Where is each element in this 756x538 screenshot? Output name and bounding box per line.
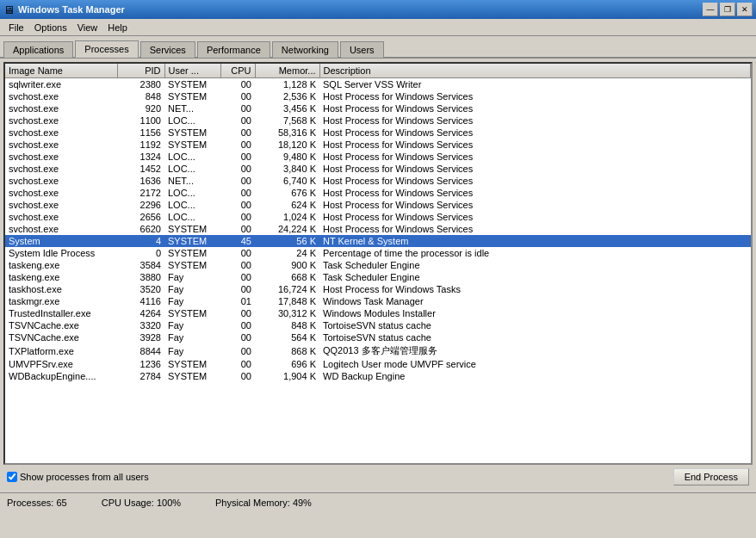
table-header-row: Image Name PID User ... CPU Memor... Des…	[5, 64, 751, 78]
show-all-users-checkbox[interactable]	[7, 472, 17, 482]
menu-view[interactable]: View	[72, 21, 103, 34]
cell-desc: Host Process for Windows Tasks	[319, 283, 751, 295]
cell-desc: TortoiseSVN status cache	[319, 331, 751, 343]
process-table-container[interactable]: Image Name PID User ... CPU Memor... Des…	[3, 62, 753, 465]
cell-mem: 696 K	[255, 358, 319, 370]
cell-user: NET...	[164, 102, 220, 114]
cell-desc: Host Process for Windows Services	[319, 211, 751, 223]
cell-pid: 4264	[117, 307, 164, 319]
table-row[interactable]: svchost.exe 1100 LOC... 00 7,568 K Host …	[5, 114, 751, 127]
table-row[interactable]: svchost.exe 1636 NET... 00 6,740 K Host …	[5, 175, 751, 187]
col-header-mem[interactable]: Memor...	[255, 64, 319, 78]
cell-image: svchost.exe	[5, 139, 117, 151]
table-row[interactable]: svchost.exe 1452 LOC... 00 3,840 K Host …	[5, 163, 751, 175]
title-bar-buttons: — ❐ ✕	[703, 3, 753, 16]
cell-image: svchost.exe	[5, 102, 117, 114]
table-row[interactable]: svchost.exe 2296 LOC... 00 624 K Host Pr…	[5, 199, 751, 211]
col-header-desc[interactable]: Description	[319, 64, 751, 78]
table-row[interactable]: svchost.exe 1324 LOC... 00 9,480 K Host …	[5, 151, 751, 163]
cell-cpu: 00	[220, 78, 255, 91]
cell-image: WDBackupEngine....	[5, 370, 117, 382]
cell-image: taskhost.exe	[5, 283, 117, 295]
col-header-cpu[interactable]: CPU	[220, 64, 255, 78]
cell-pid: 6620	[117, 223, 164, 235]
table-row[interactable]: System Idle Process 0 SYSTEM 00 24 K Per…	[5, 247, 751, 259]
table-row[interactable]: taskhost.exe 3520 Fay 00 16,724 K Host P…	[5, 283, 751, 295]
cell-pid: 1636	[117, 175, 164, 187]
cell-desc: TortoiseSVN status cache	[319, 319, 751, 331]
menu-help[interactable]: Help	[102, 21, 133, 34]
cell-desc: Windows Modules Installer	[319, 307, 751, 319]
col-header-image[interactable]: Image Name	[5, 64, 117, 78]
table-row[interactable]: svchost.exe 848 SYSTEM 00 2,536 K Host P…	[5, 90, 751, 102]
cell-cpu: 00	[220, 331, 255, 343]
cell-pid: 1156	[117, 127, 164, 139]
end-process-button[interactable]: End Process	[673, 468, 749, 485]
minimize-button[interactable]: —	[703, 3, 718, 16]
tab-processes[interactable]: Processes	[75, 40, 138, 58]
cell-desc: NT Kernel & System	[319, 235, 751, 247]
cell-user: LOC...	[164, 114, 220, 127]
table-row[interactable]: svchost.exe 1156 SYSTEM 00 58,316 K Host…	[5, 127, 751, 139]
cell-pid: 1452	[117, 163, 164, 175]
cell-pid: 2172	[117, 187, 164, 199]
tab-users[interactable]: Users	[340, 41, 384, 58]
cell-user: SYSTEM	[164, 358, 220, 370]
cell-image: svchost.exe	[5, 175, 117, 187]
cell-cpu: 00	[220, 271, 255, 283]
table-row[interactable]: svchost.exe 920 NET... 00 3,456 K Host P…	[5, 102, 751, 114]
cell-user: LOC...	[164, 199, 220, 211]
cell-mem: 56 K	[255, 235, 319, 247]
show-all-users-label[interactable]: Show processes from all users	[7, 472, 149, 482]
tab-services[interactable]: Services	[140, 41, 195, 58]
table-row[interactable]: System 4 SYSTEM 45 56 K NT Kernel & Syst…	[5, 235, 751, 247]
table-row[interactable]: WDBackupEngine.... 2784 SYSTEM 00 1,904 …	[5, 370, 751, 382]
status-processes: Processes: 65	[7, 498, 67, 508]
tab-networking[interactable]: Networking	[272, 41, 338, 58]
cell-image: svchost.exe	[5, 151, 117, 163]
cell-cpu: 00	[220, 358, 255, 370]
table-row[interactable]: svchost.exe 2656 LOC... 00 1,024 K Host …	[5, 211, 751, 223]
table-row[interactable]: svchost.exe 1192 SYSTEM 00 18,120 K Host…	[5, 139, 751, 151]
menu-options[interactable]: Options	[29, 21, 72, 34]
cell-image: svchost.exe	[5, 90, 117, 102]
col-header-user[interactable]: User ...	[164, 64, 220, 78]
table-row[interactable]: TSVNCache.exe 3320 Fay 00 848 K Tortoise…	[5, 319, 751, 331]
table-row[interactable]: sqlwriter.exe 2380 SYSTEM 00 1,128 K SQL…	[5, 78, 751, 91]
cell-user: SYSTEM	[164, 223, 220, 235]
restore-button[interactable]: ❐	[720, 3, 735, 16]
table-row[interactable]: taskeng.exe 3880 Fay 00 668 K Task Sched…	[5, 271, 751, 283]
cell-pid: 1100	[117, 114, 164, 127]
close-button[interactable]: ✕	[737, 3, 753, 16]
cell-mem: 624 K	[255, 199, 319, 211]
cell-cpu: 00	[220, 187, 255, 199]
cell-cpu: 00	[220, 319, 255, 331]
tab-applications[interactable]: Applications	[3, 41, 73, 58]
cell-mem: 868 K	[255, 343, 319, 358]
cell-mem: 17,848 K	[255, 295, 319, 307]
tab-performance[interactable]: Performance	[197, 41, 270, 58]
main-content: Image Name PID User ... CPU Memor... Des…	[0, 59, 756, 492]
table-row[interactable]: taskeng.exe 3584 SYSTEM 00 900 K Task Sc…	[5, 259, 751, 271]
cell-mem: 9,480 K	[255, 151, 319, 163]
table-row[interactable]: taskmgr.exe 4116 Fay 01 17,848 K Windows…	[5, 295, 751, 307]
cell-pid: 3928	[117, 331, 164, 343]
table-row[interactable]: svchost.exe 2172 LOC... 00 676 K Host Pr…	[5, 187, 751, 199]
cell-mem: 1,024 K	[255, 211, 319, 223]
table-row[interactable]: TrustedInstaller.exe 4264 SYSTEM 00 30,3…	[5, 307, 751, 319]
cell-user: SYSTEM	[164, 259, 220, 271]
cell-mem: 58,316 K	[255, 127, 319, 139]
menu-file[interactable]: File	[3, 21, 29, 34]
table-row[interactable]: TSVNCache.exe 3928 Fay 00 564 K Tortoise…	[5, 331, 751, 343]
table-row[interactable]: svchost.exe 6620 SYSTEM 00 24,224 K Host…	[5, 223, 751, 235]
table-row[interactable]: TXPlatform.exe 8844 Fay 00 868 K QQ2013 …	[5, 343, 751, 358]
cell-image: TSVNCache.exe	[5, 319, 117, 331]
cell-image: sqlwriter.exe	[5, 78, 117, 91]
cell-mem: 668 K	[255, 271, 319, 283]
cell-cpu: 00	[220, 247, 255, 259]
cell-mem: 1,904 K	[255, 370, 319, 382]
process-table: Image Name PID User ... CPU Memor... Des…	[5, 64, 751, 382]
cell-mem: 676 K	[255, 187, 319, 199]
table-row[interactable]: UMVPFSrv.exe 1236 SYSTEM 00 696 K Logite…	[5, 358, 751, 370]
col-header-pid[interactable]: PID	[117, 64, 164, 78]
